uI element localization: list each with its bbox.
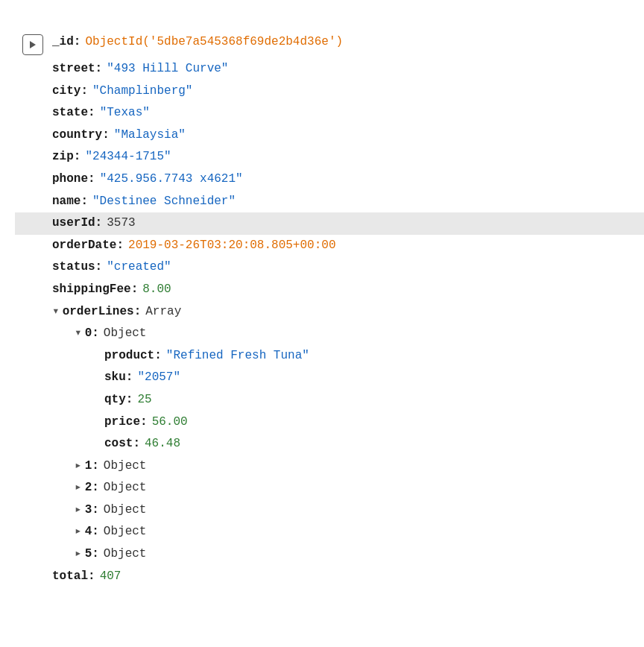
item1-type: Object <box>104 457 147 476</box>
id-key: _id <box>52 33 74 52</box>
total-value: 407 <box>100 567 121 587</box>
item0-row: ▾ 0: Object <box>15 323 644 345</box>
userid-value: 3573 <box>107 214 135 233</box>
item4-type: Object <box>104 523 147 542</box>
street-key: street <box>52 60 95 79</box>
item2-key: 2 <box>85 479 92 498</box>
status-key: status <box>52 258 95 277</box>
chevron-down-icon: ▾ <box>52 303 60 322</box>
shippingfee-key: shippingFee <box>52 280 131 300</box>
item0-key: 0 <box>85 324 92 344</box>
chevron-right-icon-4: ▸ <box>75 523 82 542</box>
price-key: price <box>104 413 140 432</box>
chevron-right-icon-2: ▸ <box>75 479 82 498</box>
country-key: country <box>52 126 102 145</box>
userid-key: userId <box>52 214 95 233</box>
item4-row: ▸ 4: Object <box>15 521 644 543</box>
item1-row: ▸ 1: Object <box>15 455 644 478</box>
street-row: street: "493 Hilll Curve" <box>15 58 644 81</box>
street-value: "493 Hilll Curve" <box>107 60 228 79</box>
collapse-toggle-button[interactable] <box>22 34 43 55</box>
city-value: "Champlinberg" <box>92 82 192 101</box>
sku-row: sku: "2057" <box>15 367 644 389</box>
id-field: _id: ObjectId('5dbe7a545368f69de2b4d36e'… <box>52 33 343 52</box>
state-value: "Texas" <box>100 104 150 123</box>
item3-type: Object <box>104 501 147 520</box>
orderdate-key: orderDate <box>52 236 116 256</box>
chevron-right-icon-1: ▸ <box>75 457 82 476</box>
document-viewer: _id: ObjectId('5dbe7a545368f69de2b4d36e'… <box>7 15 644 647</box>
item4-key: 4 <box>85 523 92 542</box>
item5-row: ▸ 5: Object <box>15 543 644 566</box>
product-row: product: "Refined Fresh Tuna" <box>15 345 644 367</box>
name-row: name: "Destinee Schneider" <box>15 191 644 213</box>
name-key: name <box>52 192 80 212</box>
city-key: city <box>52 82 80 101</box>
sku-key: sku <box>104 368 126 388</box>
cost-value: 46.48 <box>145 435 180 454</box>
phone-row: phone: "425.956.7743 x4621" <box>15 168 644 191</box>
qty-value: 25 <box>137 391 151 410</box>
item3-key: 3 <box>85 501 92 520</box>
country-row: country: "Malaysia" <box>15 124 644 147</box>
orderdate-row: orderDate: 2019-03-26T03:20:08.805+00:00 <box>15 235 644 257</box>
item0-type: Object <box>104 324 147 344</box>
name-value: "Destinee Schneider" <box>92 192 236 212</box>
item2-row: ▸ 2: Object <box>15 477 644 499</box>
zip-value: "24344-1715" <box>85 148 171 167</box>
phone-key: phone <box>52 170 88 189</box>
zip-key: zip <box>52 148 74 167</box>
price-value: 56.00 <box>152 413 188 432</box>
product-key: product <box>104 347 154 366</box>
shippingfee-value: 8.00 <box>142 280 171 300</box>
arrow-icon <box>30 41 36 48</box>
status-row: status: "created" <box>15 256 644 279</box>
orderlines-type: Array <box>145 303 181 322</box>
shippingfee-row: shippingFee: 8.00 <box>15 279 644 301</box>
userid-row: userId: 3573 <box>15 212 644 235</box>
phone-value: "425.956.7743 x4621" <box>100 170 243 189</box>
chevron-right-icon-5: ▸ <box>75 545 82 564</box>
state-key: state <box>52 104 88 123</box>
sku-value: "2057" <box>137 368 180 388</box>
total-key: total <box>52 567 88 587</box>
id-row: _id: ObjectId('5dbe7a545368f69de2b4d36e'… <box>15 30 644 58</box>
zip-row: zip: "24344-1715" <box>15 146 644 168</box>
state-row: state: "Texas" <box>15 102 644 124</box>
price-row: price: 56.00 <box>15 411 644 434</box>
total-row: total: 407 <box>15 566 644 588</box>
country-value: "Malaysia" <box>114 126 186 145</box>
orderdate-value: 2019-03-26T03:20:08.805+00:00 <box>128 236 335 256</box>
item5-key: 5 <box>85 545 92 564</box>
qty-row: qty: 25 <box>15 389 644 411</box>
city-row: city: "Champlinberg" <box>15 81 644 103</box>
orderlines-key: orderLines <box>63 303 134 322</box>
chevron-right-icon-3: ▸ <box>75 501 82 520</box>
status-value: "created" <box>107 258 171 277</box>
cost-row: cost: 46.48 <box>15 433 644 455</box>
item1-key: 1 <box>85 457 92 476</box>
chevron-down-icon-0: ▾ <box>75 324 82 344</box>
qty-key: qty <box>104 391 126 410</box>
cost-key: cost <box>104 435 133 454</box>
id-value: ObjectId('5dbe7a545368f69de2b4d36e') <box>85 33 343 52</box>
item3-row: ▸ 3: Object <box>15 499 644 522</box>
item5-type: Object <box>104 545 147 564</box>
product-value: "Refined Fresh Tuna" <box>166 347 309 366</box>
item2-type: Object <box>104 479 147 498</box>
orderlines-row: ▾ orderLines: Array <box>15 301 644 324</box>
